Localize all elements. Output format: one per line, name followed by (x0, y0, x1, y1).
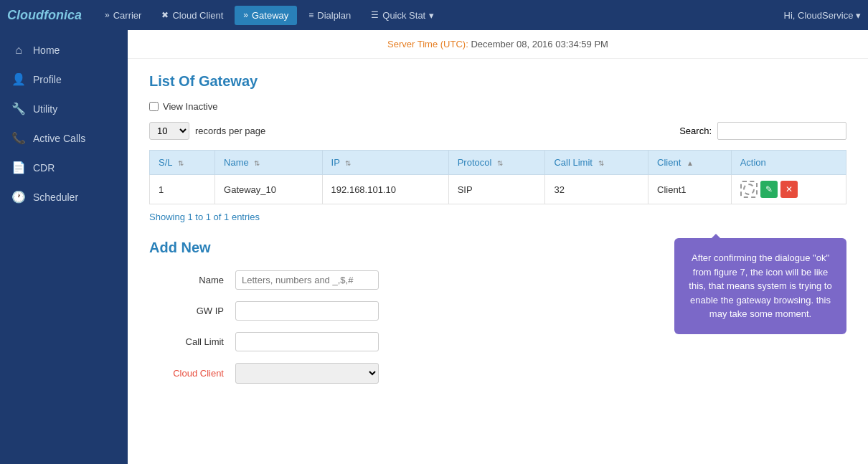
list-gateway-title: List Of Gateway (149, 73, 846, 90)
input-gwip[interactable] (235, 301, 379, 321)
cell-client: Client1 (648, 175, 732, 204)
dialplan-icon: ≡ (308, 10, 313, 20)
col-action: Action (731, 151, 846, 175)
search-input[interactable] (717, 122, 846, 140)
showing-text: Showing 1 to 1 of 1 entries (149, 212, 846, 222)
loading-spinner-button[interactable] (740, 181, 758, 198)
cloud-client-label: Cloud Client (172, 10, 223, 21)
cloud-client-icon: ✖ (161, 10, 169, 20)
input-call-limit[interactable] (235, 332, 379, 351)
spinner-icon (743, 184, 755, 195)
cdr-icon: 📄 (11, 161, 26, 174)
nav-cloud-client[interactable]: ✖ Cloud Client (153, 6, 232, 25)
sidebar-item-cdr[interactable]: 📄 CDR (0, 153, 128, 182)
sidebar-home-label: Home (33, 44, 60, 56)
brand-logo: Cloudfonica (7, 8, 82, 23)
sort-sl[interactable]: ⇅ (178, 159, 184, 167)
sidebar-active-calls-label: Active Calls (33, 133, 85, 144)
label-name: Name (149, 275, 235, 285)
brand-name: Cloudfonica (7, 8, 82, 22)
table-header: S/L ⇅ Name ⇅ IP ⇅ Protocol ⇅ Call Limit … (150, 151, 846, 175)
view-inactive-label[interactable]: View Inactive (163, 101, 217, 112)
gateway-icon: » (243, 10, 248, 20)
cell-ip: 192.168.101.10 (322, 175, 448, 204)
dialplan-label: Dialplan (317, 10, 351, 21)
col-sl: S/L ⇅ (150, 151, 215, 175)
col-name: Name ⇅ (215, 151, 323, 175)
table-row: 1 Gateway_10 192.168.101.10 SIP 32 Clien… (150, 175, 846, 204)
label-call-limit: Call Limit (149, 336, 235, 347)
tooltip-popup: After confirming the dialogue "ok" from … (674, 238, 846, 334)
nav-links: » Carrier ✖ Cloud Client » Gateway ≡ Dia… (96, 6, 784, 25)
delete-button[interactable]: ✕ (780, 181, 798, 198)
col-ip: IP ⇅ (322, 151, 448, 175)
records-row: 10 25 50 100 records per page (149, 122, 265, 140)
sidebar-profile-label: Profile (33, 74, 62, 85)
sidebar-cdr-label: CDR (33, 162, 55, 174)
table-body: 1 Gateway_10 192.168.101.10 SIP 32 Clien… (150, 175, 846, 204)
view-inactive-checkbox[interactable] (149, 102, 159, 111)
records-per-page-label: records per page (195, 126, 265, 136)
search-row: Search: (679, 122, 846, 140)
utility-icon: 🔧 (11, 102, 26, 115)
tooltip-text: After confirming the dialogue "ok" from … (689, 252, 831, 319)
sort-protocol[interactable]: ⇅ (497, 159, 503, 167)
sidebar-item-scheduler[interactable]: 🕐 Scheduler (0, 182, 128, 212)
gateway-label: Gateway (252, 10, 288, 21)
col-protocol: Protocol ⇅ (448, 151, 545, 175)
nav-carrier[interactable]: » Carrier (96, 6, 150, 25)
input-name[interactable] (235, 270, 379, 290)
sidebar: ⌂ Home 👤 Profile 🔧 Utility 📞 Active Call… (0, 30, 128, 464)
records-per-page-select[interactable]: 10 25 50 100 (149, 122, 189, 140)
nav-user[interactable]: Hi, CloudService (784, 10, 861, 21)
form-row-cloud-client: Cloud Client (149, 363, 846, 384)
scheduler-icon: 🕐 (11, 190, 26, 204)
server-time-label: Server Time (UTC): (387, 39, 468, 49)
profile-icon: 👤 (11, 72, 26, 86)
col-client: Client ▲ (648, 151, 732, 175)
cell-sl: 1 (150, 175, 215, 204)
edit-button[interactable]: ✎ (760, 181, 778, 198)
home-icon: ⌂ (11, 44, 26, 57)
sort-ip[interactable]: ⇅ (345, 159, 351, 167)
nav-dialplan[interactable]: ≡ Dialplan (300, 6, 359, 25)
col-call-limit: Call Limit ⇅ (545, 151, 648, 175)
nav-gateway[interactable]: » Gateway (235, 6, 297, 25)
content-area: List Of Gateway View Inactive 10 25 50 1… (128, 59, 868, 409)
navbar: Cloudfonica » Carrier ✖ Cloud Client » G… (0, 0, 868, 30)
cell-call-limit: 32 (545, 175, 648, 204)
sort-client[interactable]: ▲ (687, 159, 694, 167)
active-calls-icon: 📞 (11, 131, 26, 145)
toolbar-row: 10 25 50 100 records per page Search: (149, 122, 846, 140)
view-inactive-row: View Inactive (149, 101, 846, 112)
quickstat-dropdown-icon: ▾ (429, 10, 434, 21)
form-row-call-limit: Call Limit (149, 332, 846, 351)
sidebar-item-home[interactable]: ⌂ Home (0, 36, 128, 65)
search-label: Search: (679, 126, 712, 136)
sidebar-item-profile[interactable]: 👤 Profile (0, 65, 128, 94)
gateway-table: S/L ⇅ Name ⇅ IP ⇅ Protocol ⇅ Call Limit … (149, 150, 846, 204)
sidebar-item-active-calls[interactable]: 📞 Active Calls (0, 123, 128, 153)
server-time-value: December 08, 2016 03:34:59 PM (471, 39, 608, 49)
action-buttons: ✎ ✕ (740, 181, 837, 198)
select-cloud-client[interactable] (235, 363, 379, 384)
label-cloud-client: Cloud Client (149, 368, 235, 379)
label-gwip: GW IP (149, 306, 235, 316)
sort-name[interactable]: ⇅ (254, 159, 260, 167)
quickstat-icon: ☰ (371, 10, 379, 20)
layout: ⌂ Home 👤 Profile 🔧 Utility 📞 Active Call… (0, 30, 868, 464)
main-content: Server Time (UTC): December 08, 2016 03:… (128, 30, 868, 464)
cell-name: Gateway_10 (215, 175, 323, 204)
carrier-icon: » (105, 10, 110, 20)
sort-call-limit[interactable]: ⇅ (598, 159, 604, 167)
cell-action: ✎ ✕ (731, 175, 846, 204)
carrier-label: Carrier (113, 10, 142, 21)
sidebar-utility-label: Utility (33, 103, 57, 115)
sidebar-item-utility[interactable]: 🔧 Utility (0, 94, 128, 123)
server-time-bar: Server Time (UTC): December 08, 2016 03:… (128, 30, 868, 59)
sidebar-scheduler-label: Scheduler (33, 191, 78, 203)
nav-quickstat[interactable]: ☰ Quick Stat ▾ (362, 6, 443, 25)
quickstat-label: Quick Stat (382, 10, 425, 21)
cell-protocol: SIP (448, 175, 545, 204)
table-header-row: S/L ⇅ Name ⇅ IP ⇅ Protocol ⇅ Call Limit … (150, 151, 846, 175)
